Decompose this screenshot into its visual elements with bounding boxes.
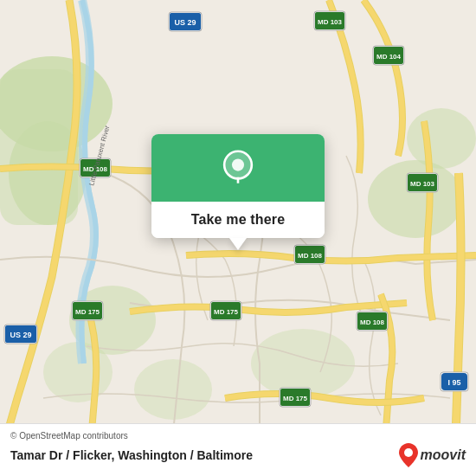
svg-text:MD 108: MD 108 — [360, 318, 385, 326]
svg-text:MD 104: MD 104 — [376, 53, 402, 61]
map-attribution: © OpenStreetMap contributors — [10, 431, 466, 441]
map-container: US 29 MD 108 MD 103 MD 104 MD 103 MD 108… — [0, 0, 476, 476]
location-pin-icon — [219, 150, 257, 188]
svg-text:MD 175: MD 175 — [283, 395, 308, 402]
svg-point-4 — [368, 160, 463, 238]
svg-point-48 — [232, 159, 244, 171]
svg-point-8 — [134, 359, 212, 420]
moovit-pin-icon — [399, 443, 418, 467]
svg-text:MD 108: MD 108 — [298, 252, 323, 260]
bottom-bar: © OpenStreetMap contributors Tamar Dr / … — [0, 423, 476, 476]
popup-tail — [229, 238, 247, 250]
svg-point-49 — [404, 448, 413, 457]
svg-text:I 95: I 95 — [447, 378, 460, 387]
popup-green-header — [151, 134, 325, 202]
svg-text:MD 103: MD 103 — [410, 180, 435, 188]
svg-text:MD 175: MD 175 — [214, 308, 239, 316]
take-me-there-button[interactable]: Take me there — [151, 202, 325, 238]
svg-text:MD 175: MD 175 — [75, 308, 100, 316]
moovit-logo: moovit — [399, 443, 466, 467]
location-text: Tamar Dr / Flicker, Washington / Baltimo… — [10, 448, 253, 462]
svg-text:US 29: US 29 — [10, 331, 31, 339]
svg-text:MD 103: MD 103 — [318, 18, 343, 26]
popup-card: Take me there — [151, 134, 325, 238]
moovit-text: moovit — [421, 447, 466, 463]
svg-text:US 29: US 29 — [174, 18, 196, 27]
svg-point-5 — [407, 108, 476, 169]
